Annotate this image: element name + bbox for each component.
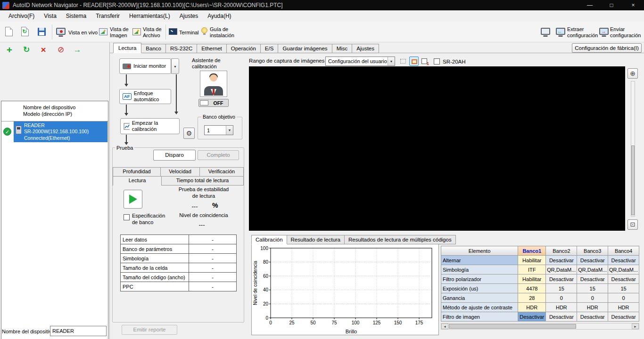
cell-banco3[interactable]: 15 bbox=[577, 284, 608, 293]
cell-banco2[interactable]: QR,DataM... bbox=[546, 265, 577, 274]
search-devices-icon[interactable]: ↻ bbox=[21, 45, 32, 56]
install-guide-label[interactable]: Guía de instalación bbox=[210, 26, 239, 39]
terminal-label[interactable]: Terminal bbox=[179, 30, 199, 36]
cell-banco2[interactable]: 15 bbox=[546, 284, 577, 293]
tab-misc[interactable]: Misc bbox=[332, 44, 353, 53]
file-view-icon[interactable] bbox=[132, 28, 141, 35]
file-view-label[interactable]: Vista de Archivo bbox=[143, 26, 165, 39]
subtab-lectura[interactable]: Lectura bbox=[113, 176, 162, 186]
cell-banco3[interactable]: QR,DataM... bbox=[577, 265, 608, 274]
install-guide-icon[interactable] bbox=[201, 27, 207, 33]
cell-banco3[interactable]: HDR bbox=[577, 303, 608, 312]
cell-banco3[interactable]: Desactivar bbox=[577, 256, 608, 265]
save-icon[interactable] bbox=[38, 28, 46, 36]
subtab-tiempo-total[interactable]: Tiempo total de lectura bbox=[161, 176, 244, 186]
close-button[interactable]: × bbox=[622, 0, 644, 10]
col-banco4[interactable]: Banco4 bbox=[608, 246, 639, 256]
zoom-slider-thumb[interactable] bbox=[631, 145, 635, 215]
tab-ajustes[interactable]: Ajustes bbox=[352, 44, 379, 53]
image-view-icon[interactable] bbox=[99, 28, 107, 35]
cell-banco4[interactable]: 15 bbox=[608, 284, 639, 293]
sr20ah-checkbox[interactable] bbox=[434, 58, 440, 65]
start-monitor-dropdown[interactable]: ▼ bbox=[171, 58, 179, 74]
open-file-icon[interactable]: ↻ bbox=[21, 27, 29, 36]
col-banco3[interactable]: Banco3 bbox=[577, 246, 608, 256]
wizard-off-toggle[interactable]: OFF bbox=[198, 99, 229, 107]
cell-banco1[interactable]: Habilitar bbox=[518, 256, 546, 265]
saved-images-icon[interactable] bbox=[541, 28, 550, 35]
send-config-label[interactable]: Enviar configuración bbox=[610, 26, 641, 39]
tab-calibracion[interactable]: Calibración bbox=[251, 235, 287, 244]
cell-banco4[interactable]: QR,DataM... bbox=[608, 265, 639, 274]
tab-resultados-multiples[interactable]: Resultados de lectura de múltiples códig… bbox=[345, 235, 456, 244]
tab-ethernet[interactable]: Ethernet bbox=[197, 44, 226, 53]
bank-table-hscrollbar[interactable]: ◄ ► bbox=[441, 323, 639, 330]
window-1-button[interactable]: 1 bbox=[420, 56, 429, 66]
menu-transferir[interactable]: Transferir bbox=[91, 11, 124, 21]
cell-banco4[interactable]: Desactivar bbox=[608, 256, 639, 265]
cell-banco2[interactable]: Desactivar bbox=[546, 274, 577, 284]
cell-banco2[interactable]: Desactivar bbox=[546, 256, 577, 265]
camera-image-display[interactable] bbox=[249, 66, 625, 231]
tab-rs232c[interactable]: RS-232C bbox=[166, 44, 197, 53]
subtab-verificacion[interactable]: Verificación bbox=[199, 167, 244, 177]
start-calibration-button[interactable]: Empezar la calibración bbox=[120, 118, 180, 134]
capture-full-range-button[interactable] bbox=[398, 56, 408, 66]
cell-banco1[interactable]: 4478 bbox=[518, 284, 546, 293]
scroll-left-icon[interactable]: ◄ bbox=[441, 323, 448, 329]
scroll-right-icon[interactable]: ► bbox=[632, 323, 639, 329]
complete-button[interactable]: Completo bbox=[198, 150, 239, 160]
image-view-label[interactable]: Vista de Imagen bbox=[110, 26, 131, 39]
subtab-profundidad[interactable]: Profundidad bbox=[113, 167, 161, 177]
extract-config-icon[interactable]: ← bbox=[556, 28, 565, 35]
delete-device-icon[interactable]: × bbox=[38, 45, 49, 56]
menu-sistema[interactable]: Sistema bbox=[61, 11, 91, 21]
cell-banco4[interactable]: 0 bbox=[608, 293, 639, 303]
bank-spec-checkbox[interactable] bbox=[124, 214, 130, 220]
target-bank-select[interactable]: 1 ▼ bbox=[204, 125, 233, 135]
cell-banco2[interactable]: HDR bbox=[546, 303, 577, 312]
hscroll-thumb[interactable] bbox=[449, 324, 576, 329]
cell-banco2[interactable]: Desactivar bbox=[546, 312, 577, 322]
zoom-slider[interactable] bbox=[631, 81, 635, 217]
trigger-button[interactable]: Disparo bbox=[153, 150, 196, 161]
capture-range-select[interactable]: Configuración del usuario ▼ bbox=[325, 56, 395, 66]
tab-lectura[interactable]: Lectura bbox=[113, 43, 141, 53]
cell-banco1[interactable]: HDR bbox=[518, 303, 546, 312]
col-banco2[interactable]: Banco2 bbox=[546, 246, 577, 256]
cell-banco1[interactable]: 28 bbox=[518, 293, 546, 303]
subtab-velocidad[interactable]: Velocidad bbox=[160, 167, 200, 177]
fit-view-button[interactable]: ⊡ bbox=[627, 219, 638, 230]
extract-config-label[interactable]: Extraer configuración bbox=[567, 26, 599, 39]
tab-es[interactable]: E/S bbox=[261, 44, 279, 53]
tab-guardar-imagenes[interactable]: Guardar imágenes bbox=[278, 44, 332, 53]
auto-focus-button[interactable]: AF Enfoque automático bbox=[119, 89, 171, 104]
cell-banco4[interactable]: Desactivar bbox=[608, 274, 639, 284]
live-view-icon[interactable] bbox=[56, 28, 66, 35]
emit-report-button[interactable]: Emitir reporte bbox=[122, 325, 177, 335]
live-view-label[interactable]: Vista en vivo bbox=[68, 30, 98, 36]
tab-operacion[interactable]: Operación bbox=[227, 44, 261, 53]
terminal-icon[interactable] bbox=[169, 28, 177, 35]
tab-banco[interactable]: Banco bbox=[141, 44, 166, 53]
cell-banco4[interactable]: HDR bbox=[608, 303, 639, 312]
disconnect-device-icon[interactable]: ⊘ bbox=[55, 45, 66, 56]
minimize-button[interactable]: — bbox=[579, 0, 601, 10]
cell-banco2[interactable]: 0 bbox=[546, 293, 577, 303]
menu-ajustes[interactable]: Ajustes bbox=[175, 11, 203, 21]
device-row[interactable]: ✓ READER SR-2000W(192.168.100.100) Conne… bbox=[1, 121, 108, 142]
menu-ayuda[interactable]: Ayuda(H) bbox=[203, 11, 236, 21]
add-device-icon[interactable]: + bbox=[4, 45, 15, 56]
cell-banco3[interactable]: 0 bbox=[577, 293, 608, 303]
pan-tool-button[interactable]: ⊕ bbox=[627, 68, 638, 79]
menu-vista[interactable]: Vista bbox=[39, 11, 61, 21]
maximize-button[interactable]: □ bbox=[601, 0, 622, 10]
factory-config-button[interactable]: Configuración de fábrica(I) bbox=[572, 43, 642, 53]
cell-banco3[interactable]: Desactivar bbox=[577, 274, 608, 284]
cell-banco4[interactable]: Desactivar bbox=[608, 312, 639, 322]
new-file-icon[interactable] bbox=[5, 27, 13, 36]
tab-resultado-lectura[interactable]: Resultado de lectura bbox=[287, 235, 345, 244]
device-row-selection[interactable]: READER SR-2000W(192.168.100.100) Connect… bbox=[14, 121, 107, 142]
menu-archivo[interactable]: Archivo(F) bbox=[4, 11, 39, 21]
capture-custom-range-button[interactable] bbox=[409, 56, 419, 66]
